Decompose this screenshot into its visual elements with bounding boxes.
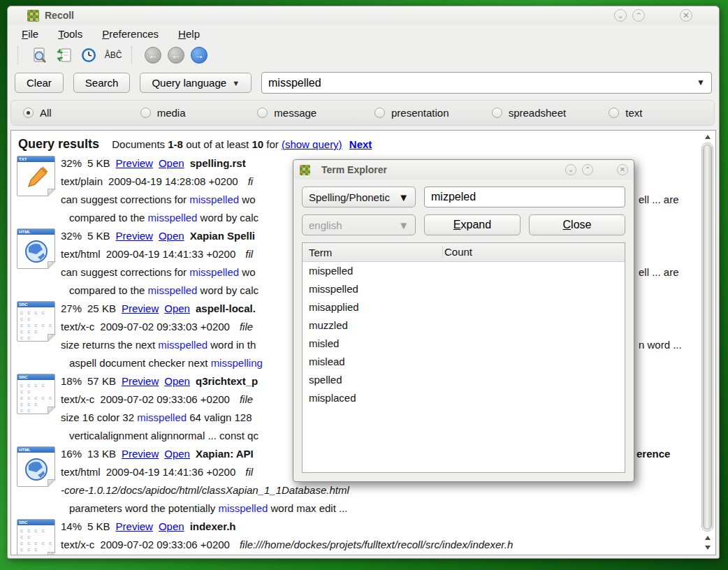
chevron-down-icon: ▼ xyxy=(232,79,240,87)
clear-button[interactable]: Clear xyxy=(15,73,64,93)
scroll-down-icon[interactable] xyxy=(701,543,714,553)
column-term[interactable]: Term xyxy=(303,247,442,258)
filter-radio-3[interactable] xyxy=(374,108,385,118)
result-item: SRCc c c cc cc c c c cc c cc c 14%5 KBPr… xyxy=(11,518,715,555)
nav-forward-button[interactable]: → xyxy=(191,47,208,64)
filter-radio-0[interactable] xyxy=(23,108,34,118)
filter-message[interactable]: message xyxy=(245,107,363,119)
table-row[interactable]: mispelled xyxy=(303,262,625,280)
dialog-controls: ⌄ ⌃ ✕ xyxy=(565,164,628,175)
toolbar-separator xyxy=(131,46,136,64)
filter-spreadsheet[interactable]: spreadsheet xyxy=(480,107,597,119)
query-mode-select[interactable]: Query language ▼ xyxy=(140,73,252,93)
menu-preferences[interactable]: Preferences xyxy=(95,27,166,41)
match-term: misspelled xyxy=(189,193,239,205)
scrollbar-track[interactable] xyxy=(701,142,713,532)
open-link[interactable]: Open xyxy=(164,448,190,460)
search-button[interactable]: Search xyxy=(73,73,131,93)
results-scrollbar[interactable] xyxy=(701,132,714,553)
term-input[interactable] xyxy=(424,187,625,207)
result-title: spelling.rst xyxy=(190,157,246,169)
titlebar[interactable]: Recoll ⌄ ⌃ ✕ xyxy=(8,6,719,24)
next-page-link[interactable]: Next xyxy=(349,138,372,150)
expand-button[interactable]: Expand xyxy=(424,214,520,235)
open-link[interactable]: Open xyxy=(164,375,190,387)
close-button[interactable]: Close xyxy=(529,214,625,235)
dialog-minimize-button[interactable]: ⌄ xyxy=(565,164,576,175)
result-title: q3richtext_p xyxy=(196,375,258,387)
date: 2009-07-02 09:33:03 +0200 xyxy=(100,321,230,332)
file-url: file xyxy=(240,321,253,332)
nav-first-button[interactable]: ← xyxy=(145,47,161,64)
html-file-icon: HTML xyxy=(17,446,55,487)
result-title: Xapian Spelli xyxy=(190,230,255,242)
preview-link[interactable]: Preview xyxy=(122,302,159,314)
menu-help[interactable]: Help xyxy=(171,27,207,41)
window-title: Recoll xyxy=(45,10,614,21)
toolbar: ÅBĈ ← ← → xyxy=(8,43,719,68)
minimize-button[interactable]: ⌄ xyxy=(614,9,627,22)
maximize-button[interactable]: ⌃ xyxy=(632,9,645,22)
preview-link[interactable]: Preview xyxy=(122,375,159,387)
open-link[interactable]: Open xyxy=(159,230,184,242)
dialog-close-icon[interactable]: ✕ xyxy=(617,164,628,175)
filter-media[interactable]: media xyxy=(129,107,246,119)
filter-radio-4[interactable] xyxy=(492,108,502,118)
history-clock-icon[interactable] xyxy=(80,46,98,64)
menu-file[interactable]: File xyxy=(15,27,45,41)
file-url-continued: -core-1.0.12/docs/apidoc/html/classXapia… xyxy=(61,484,349,496)
sort-order-icon[interactable] xyxy=(55,46,73,64)
preview-link[interactable]: Preview xyxy=(116,230,153,242)
close-button[interactable]: ✕ xyxy=(680,9,692,22)
document-preview-icon[interactable] xyxy=(31,46,49,64)
table-row[interactable]: muzzled xyxy=(303,316,625,335)
table-row[interactable]: misspelled xyxy=(303,280,625,298)
table-row[interactable]: misled xyxy=(303,335,625,353)
filter-radio-5[interactable] xyxy=(609,108,619,118)
result-title: Xapian: API xyxy=(196,448,254,460)
chevron-down-icon: ▼ xyxy=(398,191,409,203)
date: 2009-07-02 09:33:06 +0200 xyxy=(100,393,230,405)
table-row[interactable]: misapplied xyxy=(303,298,625,316)
open-link[interactable]: Open xyxy=(159,520,184,532)
nav-back-button[interactable]: ← xyxy=(168,47,184,64)
filter-radio-2[interactable] xyxy=(257,108,268,118)
date: 2009-04-19 14:28:08 +0200 xyxy=(108,175,238,187)
results-total: 10 xyxy=(252,138,263,150)
dialog-maximize-button[interactable]: ⌃ xyxy=(582,164,593,175)
search-input[interactable] xyxy=(261,72,712,94)
open-link[interactable]: Open xyxy=(164,302,190,314)
chevron-down-icon[interactable]: ▼ xyxy=(697,78,705,87)
dialog-body: Spelling/Phonetic▼ english▼ Expand Close… xyxy=(293,180,634,480)
preview-link[interactable]: Preview xyxy=(116,520,153,532)
table-row[interactable]: mislead xyxy=(303,353,625,371)
file-url: file xyxy=(240,393,253,405)
dialog-titlebar[interactable]: Term Explorer ⌄ ⌃ ✕ xyxy=(293,160,634,180)
scroll-up-icon[interactable] xyxy=(701,132,714,142)
language-select: english▼ xyxy=(302,214,416,235)
scrollbar-thumb[interactable] xyxy=(703,145,712,529)
table-row[interactable]: spelled xyxy=(303,371,625,389)
scroll-up-icon[interactable] xyxy=(701,533,714,543)
open-link[interactable]: Open xyxy=(159,157,184,169)
filter-radio-1[interactable] xyxy=(140,108,151,118)
source-file-icon: SRCc c c cc cc c c c cc c cc c xyxy=(17,301,55,342)
expand-mode-select[interactable]: Spelling/Phonetic▼ xyxy=(302,187,416,207)
file-url: fil xyxy=(245,466,253,478)
filter-text[interactable]: text xyxy=(597,107,714,119)
match-term: misspelled xyxy=(148,212,198,224)
term-explorer-abc-icon[interactable]: ÅBĈ xyxy=(104,46,122,64)
preview-link[interactable]: Preview xyxy=(116,157,153,169)
table-header: Term Count xyxy=(303,243,625,262)
file-url: file:///home/dockes/projets/fulltext/rec… xyxy=(240,539,513,550)
column-count[interactable]: Count xyxy=(442,247,535,258)
preview-link[interactable]: Preview xyxy=(122,448,159,460)
date: 2009-04-19 14:41:33 +0200 xyxy=(106,248,236,260)
relevance: 16% xyxy=(61,448,82,460)
filter-all[interactable]: All xyxy=(11,107,129,119)
show-query-link[interactable]: (show query) xyxy=(282,138,342,150)
filter-presentation[interactable]: presentation xyxy=(363,107,480,119)
table-row[interactable]: misplaced xyxy=(303,389,625,407)
recoll-logo-icon xyxy=(300,165,310,175)
menu-tools[interactable]: Tools xyxy=(51,27,89,41)
